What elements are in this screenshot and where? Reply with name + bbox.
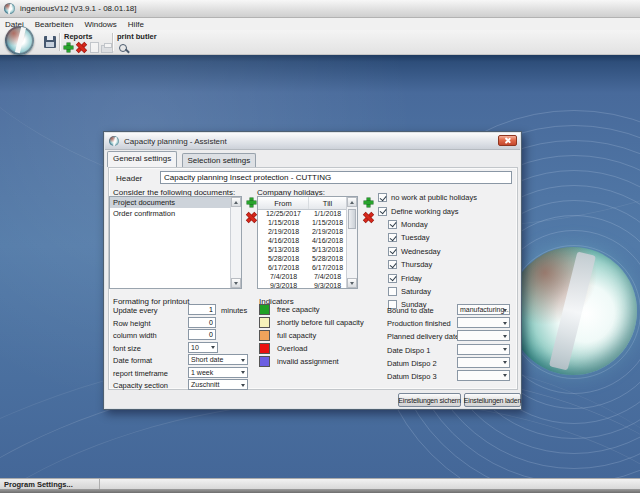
overload-swatch xyxy=(259,343,270,354)
holiday-row[interactable]: 12/25/20171/1/2018 xyxy=(258,209,346,218)
day-tuesday-label: Tuesday xyxy=(401,233,430,242)
holidays-scrollbar[interactable] xyxy=(346,197,357,288)
update-every-input[interactable] xyxy=(188,304,216,315)
holiday-row[interactable]: 1/15/20181/15/2018 xyxy=(258,218,346,227)
define-working-days-checkbox[interactable] xyxy=(378,207,387,216)
holiday-from: 5/13/2018 xyxy=(258,245,309,254)
holiday-till: 6/17/2018 xyxy=(309,263,346,272)
scroll-up-button[interactable] xyxy=(231,197,241,207)
overload-label: Overload xyxy=(277,343,307,353)
date-dispo-1-label: Date Dispo 1 xyxy=(387,346,430,355)
toolbar-logo-icon xyxy=(5,26,34,55)
full-capacity-swatch xyxy=(259,330,270,341)
report-timeframe-dropdown[interactable]: 1 week xyxy=(188,367,248,378)
application-window: ingeniousV12 [V3.9.1 - 08.01.18] DateiBe… xyxy=(0,0,640,493)
date-row-planned-delivery-date: Planned delivery date xyxy=(387,330,517,343)
menu-bearbeiten[interactable]: Bearbeiten xyxy=(35,20,74,29)
scrollbar-thumb[interactable] xyxy=(348,209,356,229)
menu-windows[interactable]: Windows xyxy=(84,20,116,29)
dialog-tabs: General settings Selection settings xyxy=(107,151,518,168)
dialog-titlebar[interactable]: Capacity planning - Assistent xyxy=(105,133,520,150)
load-settings-button[interactable]: Einstellungen laden xyxy=(464,393,521,407)
day-saturday-label: Saturday xyxy=(401,287,431,296)
green-plus-icon xyxy=(63,42,74,53)
indicator-shortly-before-full-capacity: shortly before full capacity xyxy=(259,317,379,330)
holiday-row[interactable]: 4/16/20184/16/2018 xyxy=(258,236,346,245)
holiday-from: 2/19/2018 xyxy=(258,227,309,236)
date-row-bound-to-date: Bound to datemanufacturing... xyxy=(387,304,517,317)
ingenious-sphere-logo xyxy=(509,247,637,375)
tab-general-settings[interactable]: General settings xyxy=(107,151,177,167)
shortly-before-full-capacity-label: shortly before full capacity xyxy=(277,317,364,327)
formatting-rows: Update everyminutesRow heightcolumn widt… xyxy=(113,304,255,392)
header-input[interactable] xyxy=(160,171,512,184)
holiday-till: 2/19/2018 xyxy=(309,227,346,236)
column-width-input[interactable] xyxy=(188,329,216,340)
green-plus-icon xyxy=(363,197,374,208)
column-from[interactable]: From xyxy=(258,197,309,209)
menu-hilfe[interactable]: Hilfe xyxy=(128,20,144,29)
day-monday-checkbox[interactable] xyxy=(388,220,397,229)
no-work-public-holidays-checkbox[interactable] xyxy=(378,193,387,202)
printer-icon xyxy=(101,45,113,53)
app-logo-icon xyxy=(4,3,15,14)
red-x-icon xyxy=(361,210,377,226)
production-finished-dropdown[interactable] xyxy=(457,317,510,328)
save-settings-button[interactable]: Einstellungen sichern xyxy=(398,393,461,407)
font-size-dropdown[interactable]: 10 xyxy=(188,342,218,353)
day-tuesday-row: Tuesday xyxy=(378,231,518,244)
report-delete-button[interactable] xyxy=(75,41,88,54)
status-bar: Program Settings... xyxy=(0,478,640,489)
documents-scrollbar[interactable] xyxy=(230,197,241,288)
day-friday-checkbox[interactable] xyxy=(388,274,397,283)
holidays-table[interactable]: From Till 12/25/20171/1/20181/15/20181/1… xyxy=(257,196,358,289)
invalid-assignment-label: invalid assignment xyxy=(277,356,339,366)
holiday-remove-button[interactable] xyxy=(362,211,375,224)
scroll-down-button[interactable] xyxy=(231,278,241,288)
toolbar-separator xyxy=(112,33,113,51)
scroll-up-button[interactable] xyxy=(347,197,357,207)
column-width-label: column width xyxy=(113,331,157,340)
holiday-row[interactable]: 7/4/20187/4/2018 xyxy=(258,272,346,281)
indicator-rows: free capacityshortly before full capacit… xyxy=(259,304,379,369)
holiday-row[interactable]: 9/3/20189/3/2018 xyxy=(258,281,346,288)
production-finished-label: Production finished xyxy=(387,319,451,328)
day-wednesday-checkbox[interactable] xyxy=(388,247,397,256)
scroll-down-button[interactable] xyxy=(347,278,357,288)
day-thursday-checkbox[interactable] xyxy=(388,260,397,269)
document-item-order-confirmation[interactable]: Order confirmation xyxy=(110,208,230,219)
date-format-dropdown[interactable]: Short date xyxy=(188,354,248,365)
working-days-section: no work at public holidaysDefine working… xyxy=(378,191,518,312)
date-binding-rows: Bound to datemanufacturing...Production … xyxy=(387,304,517,383)
bound-to-date-dropdown[interactable]: manufacturing... xyxy=(457,304,510,315)
holiday-add-button[interactable] xyxy=(362,196,375,209)
row-height-input[interactable] xyxy=(188,317,216,328)
dialog-close-button[interactable] xyxy=(498,135,517,146)
tab-selection-settings[interactable]: Selection settings xyxy=(182,153,257,167)
green-plus-icon xyxy=(246,197,257,208)
document-item-project-documents[interactable]: Project documents xyxy=(110,197,230,208)
indicator-full-capacity: full capacity xyxy=(259,330,379,343)
column-till[interactable]: Till xyxy=(309,197,346,209)
datum-dispo-3-dropdown[interactable] xyxy=(457,370,510,381)
holiday-row[interactable]: 5/13/20185/13/2018 xyxy=(258,245,346,254)
holiday-row[interactable]: 5/28/20185/28/2018 xyxy=(258,254,346,263)
day-tuesday-checkbox[interactable] xyxy=(388,233,397,242)
documents-list[interactable]: Project documentsOrder confirmation xyxy=(109,196,242,289)
day-saturday-checkbox[interactable] xyxy=(388,287,397,296)
print-butler-button[interactable] xyxy=(116,41,129,54)
holiday-row[interactable]: 6/17/20186/17/2018 xyxy=(258,263,346,272)
datum-dispo-2-dropdown[interactable] xyxy=(457,357,510,368)
date-dispo-1-dropdown[interactable] xyxy=(457,344,510,355)
capacity-section-dropdown[interactable]: Zuschnitt xyxy=(188,379,248,390)
indicator-free-capacity: free capacity xyxy=(259,304,379,317)
holiday-row[interactable]: 2/19/20182/19/2018 xyxy=(258,227,346,236)
no-work-public-holidays-row: no work at public holidays xyxy=(378,191,518,204)
chevron-down-icon xyxy=(211,346,215,349)
indicator-overload: Overload xyxy=(259,343,379,356)
save-button[interactable] xyxy=(43,35,56,48)
font-size-label: font size xyxy=(113,344,141,353)
format-row-update-every: Update everyminutes xyxy=(113,304,255,317)
window-titlebar: ingeniousV12 [V3.9.1 - 08.01.18] xyxy=(0,0,640,18)
planned-delivery-date-dropdown[interactable] xyxy=(457,330,510,341)
